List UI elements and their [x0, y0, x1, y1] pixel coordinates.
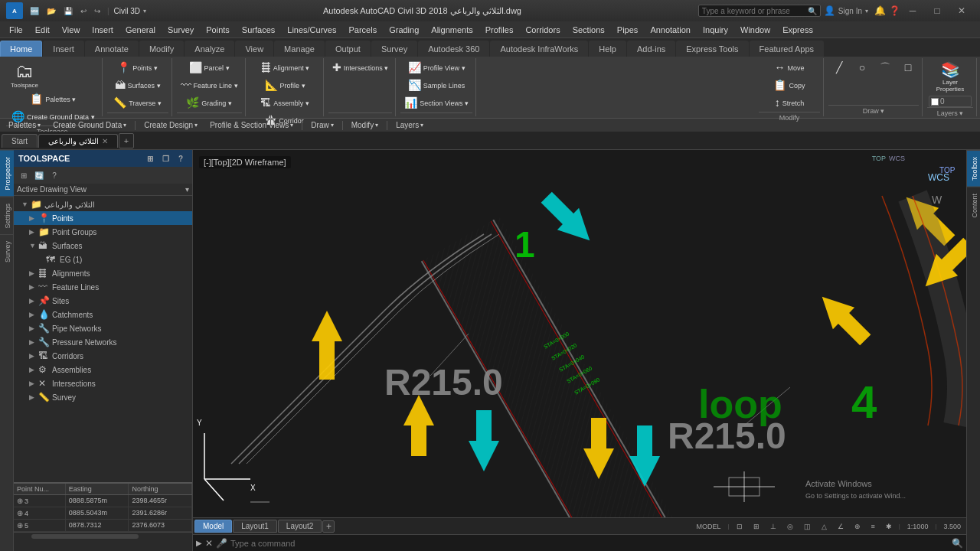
menu-express[interactable]: Express	[776, 24, 819, 36]
doc-tab-start[interactable]: Start	[2, 134, 38, 148]
menu-file[interactable]: File	[3, 24, 29, 36]
menu-survey[interactable]: Survey	[162, 24, 200, 36]
right-tab-content[interactable]: Content	[967, 187, 980, 224]
tab-addins[interactable]: Add-ins	[627, 41, 675, 57]
ts-icon-btn2[interactable]: ❐	[158, 152, 172, 165]
tab-annotate[interactable]: Annotate	[85, 41, 139, 57]
ts-btn2[interactable]: 🔄	[32, 169, 46, 181]
new-tab-btn[interactable]: +	[119, 133, 134, 148]
expand-pipe-networks[interactable]: ▶	[29, 324, 37, 332]
status-snap2[interactable]: ⊞	[750, 521, 763, 532]
btn-intersections[interactable]: ✚ Intersections ▾	[328, 60, 393, 77]
menu-alignments[interactable]: Alignments	[425, 24, 479, 36]
menu-pipes[interactable]: Pipes	[611, 24, 645, 36]
status-snap1[interactable]: ⊡	[733, 521, 746, 532]
btn-toolspace[interactable]: 🗂 Toolspace	[6, 60, 43, 91]
tab-help[interactable]: Help	[589, 41, 626, 57]
tree-item-root[interactable]: ▼ 📁 الثلاثي والرباعي	[14, 197, 192, 211]
ts-help-btn[interactable]: ?	[174, 152, 188, 165]
tree-item-points[interactable]: ▶ 📍 Points	[14, 211, 192, 225]
btn-feature-line[interactable]: 〰 Feature Line ▾	[177, 77, 242, 94]
tree-view[interactable]: ▼ 📁 الثلاثي والرباعي ▶ 📍 Points ▶	[14, 196, 192, 482]
quick-access-new[interactable]: 🆕	[28, 7, 41, 15]
tab-survey[interactable]: Survey	[371, 41, 417, 57]
tab-autodesk360[interactable]: Autodesk 360	[418, 41, 489, 57]
expand-surfaces[interactable]: ▼	[29, 242, 37, 249]
menu-corridors[interactable]: Corridors	[519, 24, 566, 36]
btn-traverse[interactable]: 📏 Traverse ▾	[107, 95, 168, 112]
btn-palettes[interactable]: 📋 Palettes ▾	[8, 91, 99, 108]
tree-item-corridors[interactable]: ▶ 🏗 Corridors	[14, 349, 192, 363]
tree-item-eg1[interactable]: 🗺 EG (1)	[14, 253, 192, 266]
status-otrack[interactable]: △	[818, 521, 831, 532]
layer-selector[interactable]: 0	[929, 96, 972, 107]
tab-output[interactable]: Output	[325, 41, 371, 57]
tree-item-pressure-networks[interactable]: ▶ 🔧 Pressure Networks	[14, 335, 192, 349]
help-icon[interactable]: ❓	[889, 5, 900, 16]
status-dyn[interactable]: ⊕	[851, 521, 864, 532]
tab-insert[interactable]: Insert	[43, 41, 84, 57]
btn-alignment[interactable]: 🛤 Alignment ▾	[250, 60, 320, 77]
quick-access-redo[interactable]: ↪	[92, 7, 103, 15]
menu-annotation[interactable]: Annotation	[644, 24, 697, 36]
data-row-3[interactable]: ⊕ 5 0878.7312 2376.6073	[14, 520, 192, 532]
vp-tab-layout1[interactable]: Layout1	[233, 520, 277, 533]
vp-tab-layout2[interactable]: Layout2	[278, 520, 322, 533]
tab-express[interactable]: Express Tools	[676, 41, 748, 57]
quick-access-undo[interactable]: ↩	[78, 7, 89, 15]
btn-assembly[interactable]: 🏗 Assembly ▾	[250, 95, 320, 112]
dropdown-arrow[interactable]: ▾	[865, 8, 868, 15]
menu-lines-curves[interactable]: Lines/Curves	[281, 24, 342, 36]
menu-profiles[interactable]: Profiles	[479, 24, 520, 36]
menu-grading[interactable]: Grading	[383, 24, 425, 36]
expand-corridors[interactable]: ▶	[29, 352, 37, 360]
menu-inquiry[interactable]: Inquiry	[697, 24, 734, 36]
tree-item-intersections[interactable]: ▶ ✕ Intersections	[14, 377, 192, 390]
vp-add-tab[interactable]: +	[322, 520, 335, 533]
menu-general[interactable]: General	[119, 24, 162, 36]
tree-item-feature-lines[interactable]: ▶ 〰 Feature Lines	[14, 280, 192, 294]
expand-feature-lines[interactable]: ▶	[29, 283, 37, 291]
search-bar[interactable]: 🔍	[698, 5, 821, 17]
vp-tab-model[interactable]: Model	[194, 520, 232, 533]
tree-item-assemblies[interactable]: ▶ ⚙ Assemblies	[14, 363, 192, 377]
close-btn[interactable]: ✕	[949, 2, 974, 19]
tab-featured[interactable]: Featured Apps	[750, 41, 825, 57]
expand-points[interactable]: ▶	[29, 214, 37, 222]
btn-section-views[interactable]: 📊 Section Views ▾	[400, 95, 472, 112]
data-row-2[interactable]: ⊕ 4 0885.5043m 2391.6286r	[14, 507, 192, 520]
subbtn-draw[interactable]: Draw ▾	[305, 119, 338, 131]
expand-sites[interactable]: ▶	[29, 297, 37, 305]
btn-layer-properties[interactable]: 📚 LayerProperties	[927, 60, 973, 95]
drawing-view-dropdown[interactable]: ▾	[185, 185, 189, 194]
menu-points[interactable]: Points	[200, 24, 236, 36]
tree-item-point-groups[interactable]: ▶ 📁 Point Groups	[14, 225, 192, 239]
right-tab-toolbox[interactable]: Toolbox	[967, 150, 980, 187]
tree-item-pipe-networks[interactable]: ▶ 🔧 Pipe Networks	[14, 321, 192, 335]
menu-view[interactable]: View	[56, 24, 87, 36]
status-value[interactable]: 3.500	[939, 521, 965, 532]
cmd-cancel-icon[interactable]: ✕	[205, 538, 213, 549]
btn-copy[interactable]: 📋 Copy	[759, 77, 820, 94]
btn-parcel[interactable]: ⬜ Parcel ▾	[177, 60, 242, 77]
menu-surfaces[interactable]: Surfaces	[236, 24, 281, 36]
btn-circle[interactable]: ○	[851, 60, 873, 77]
status-scale[interactable]: 1:1000	[903, 521, 933, 532]
minimize-btn[interactable]: ─	[900, 2, 925, 19]
expand-root[interactable]: ▼	[21, 201, 29, 208]
vert-tab-prospector[interactable]: Prospector	[0, 150, 14, 197]
btn-rect[interactable]: □	[897, 60, 919, 77]
vert-tab-settings[interactable]: Settings	[0, 197, 14, 235]
expand-catchments[interactable]: ▶	[29, 311, 37, 318]
tab-manage[interactable]: Manage	[274, 41, 325, 57]
sign-in-btn[interactable]: Sign In	[838, 7, 862, 15]
viewport[interactable]: [-][Top][2D Wireframe]	[193, 150, 966, 517]
subbtn-create-ground[interactable]: Create Ground Data ▾	[47, 119, 132, 131]
tab-modify[interactable]: Modify	[139, 41, 184, 57]
status-polar[interactable]: ◎	[783, 521, 797, 532]
quick-access-open[interactable]: 📂	[44, 7, 58, 15]
btn-move[interactable]: ↔ Move	[759, 60, 820, 77]
ts-icon-btn1[interactable]: ⊞	[143, 152, 157, 165]
tree-item-survey[interactable]: ▶ 📏 Survey	[14, 390, 192, 404]
btn-sample-lines[interactable]: 📉 Sample Lines	[400, 77, 472, 94]
